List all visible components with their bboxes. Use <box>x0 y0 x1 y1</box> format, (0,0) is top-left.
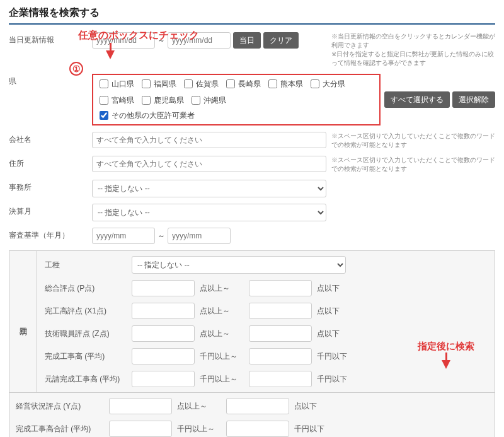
label-address: 住所 <box>9 156 92 169</box>
label-audit: 審査基準（年月） <box>9 228 92 241</box>
range-to[interactable] <box>249 325 312 342</box>
note-address: ※スペース区切りで入力していただくことで複数のワードでの検索が可能となります <box>331 156 495 173</box>
update-from-input[interactable] <box>92 32 155 49</box>
row-fymonth: 決算月 -- 指定しない -- <box>9 204 495 221</box>
chk-pref-input[interactable] <box>192 96 200 105</box>
chk-pref-input[interactable] <box>142 79 151 88</box>
chk-extra-pref[interactable] <box>100 111 108 120</box>
range-from[interactable] <box>109 421 172 437</box>
chk-pref: 鹿児島県 <box>139 94 184 107</box>
range-from[interactable] <box>132 303 195 319</box>
btn-clear-date[interactable]: クリア <box>263 32 299 49</box>
range-to[interactable] <box>249 303 312 319</box>
row-update: 当日更新情報 ～ 当日 クリア ※当日更新情報の空白をクリックするとカレンダー機… <box>9 32 495 67</box>
range-from[interactable] <box>132 371 195 387</box>
ktype-type-label: 工種 <box>45 260 127 271</box>
tilde: ～ <box>158 231 165 242</box>
address-input[interactable] <box>92 156 326 172</box>
chk-pref: 熊本県 <box>266 78 303 90</box>
range-from[interactable] <box>132 325 195 342</box>
tilde: ～ <box>158 35 165 46</box>
chk-pref: 福岡県 <box>139 78 176 90</box>
row-audit: 審査基準（年月） ～ <box>9 228 495 244</box>
note-update: ※当日更新情報の空白をクリックするとカレンダー機能が利用できます ※日付を指定す… <box>331 32 495 67</box>
row-office: 事務所 -- 指定しない -- <box>9 180 495 197</box>
range-from[interactable] <box>109 398 172 414</box>
range-to[interactable] <box>249 371 312 387</box>
row-address: 住所 ※スペース区切りで入力していただくことで複数のワードでの検索が可能となりま… <box>9 156 495 173</box>
prefecture-redbox: 山口県福岡県佐賀県長崎県熊本県大分県宮崎県鹿児島県沖縄県 その他県の大臣許可業者 <box>92 74 381 125</box>
prefecture-checkboxes: 山口県福岡県佐賀県長崎県熊本県大分県宮崎県鹿児島県沖縄県 <box>97 78 375 107</box>
chk-pref: 宮崎県 <box>97 94 134 107</box>
label-fymonth: 決算月 <box>9 204 92 217</box>
chk-pref: 大分県 <box>308 78 345 90</box>
label-prefecture: 県 <box>9 74 92 87</box>
btn-today[interactable]: 当日 <box>233 32 261 49</box>
chk-pref-input[interactable] <box>311 79 319 88</box>
chk-pref: 沖縄県 <box>189 94 226 107</box>
range-to[interactable] <box>249 280 312 296</box>
search-form: 企業情報を検索する 任意のボックスにチェック ① 当日更新情報 ～ 当日 クリア… <box>9 6 495 437</box>
label-company: 会社名 <box>9 132 92 145</box>
audit-to-input[interactable] <box>168 228 231 244</box>
label-update: 当日更新情報 <box>9 32 92 45</box>
chk-pref-input[interactable] <box>226 79 235 88</box>
note-company: ※スペース区切りで入力していただくことで複数のワードでの検索が可能となります <box>331 132 495 149</box>
row-prefecture: 県 山口県福岡県佐賀県長崎県熊本県大分県宮崎県鹿児島県沖縄県 その他県の大臣許可… <box>9 74 495 125</box>
chk-pref-input[interactable] <box>184 79 193 88</box>
page-title: 企業情報を検索する <box>9 6 495 20</box>
chk-extra-pref-label: その他県の大臣許可業者 <box>112 110 195 121</box>
office-select[interactable]: -- 指定しない -- <box>92 180 326 197</box>
audit-from-input[interactable] <box>92 228 155 244</box>
range-to[interactable] <box>226 421 289 437</box>
ktype-side-label: 工種別 <box>9 251 37 392</box>
chk-pref: 山口県 <box>97 78 134 90</box>
company-input[interactable] <box>92 132 326 148</box>
row-company: 会社名 ※スペース区切りで入力していただくことで複数のワードでの検索が可能となり… <box>9 132 495 149</box>
chk-pref-input[interactable] <box>142 96 151 105</box>
range-to[interactable] <box>249 348 312 364</box>
range-from[interactable] <box>132 280 195 296</box>
fymonth-select[interactable]: -- 指定しない -- <box>92 204 326 221</box>
btn-select-all[interactable]: すべて選択する <box>384 91 450 108</box>
ktype-panel: 工種別 工種 -- 指定しない -- 総合評点 (P点)点以上～点以下完工高評点… <box>9 250 495 393</box>
chk-pref-input[interactable] <box>268 79 277 88</box>
extra-panel: 経営状況評点 (Y点)点以上～点以下完成工事高合計 (平均)千円以上～千円以下元… <box>9 393 495 437</box>
divider <box>9 23 495 25</box>
range-to[interactable] <box>226 398 289 414</box>
chk-pref: 長崎県 <box>224 78 261 90</box>
update-to-input[interactable] <box>168 32 231 49</box>
ktype-type-select[interactable]: -- 指定しない -- <box>132 256 346 274</box>
chk-pref: 佐賀県 <box>181 78 219 90</box>
btn-select-none[interactable]: 選択解除 <box>452 91 495 108</box>
chk-pref-input[interactable] <box>100 79 108 88</box>
chk-pref-input[interactable] <box>100 96 108 105</box>
label-office: 事務所 <box>9 180 92 193</box>
range-from[interactable] <box>132 348 195 364</box>
